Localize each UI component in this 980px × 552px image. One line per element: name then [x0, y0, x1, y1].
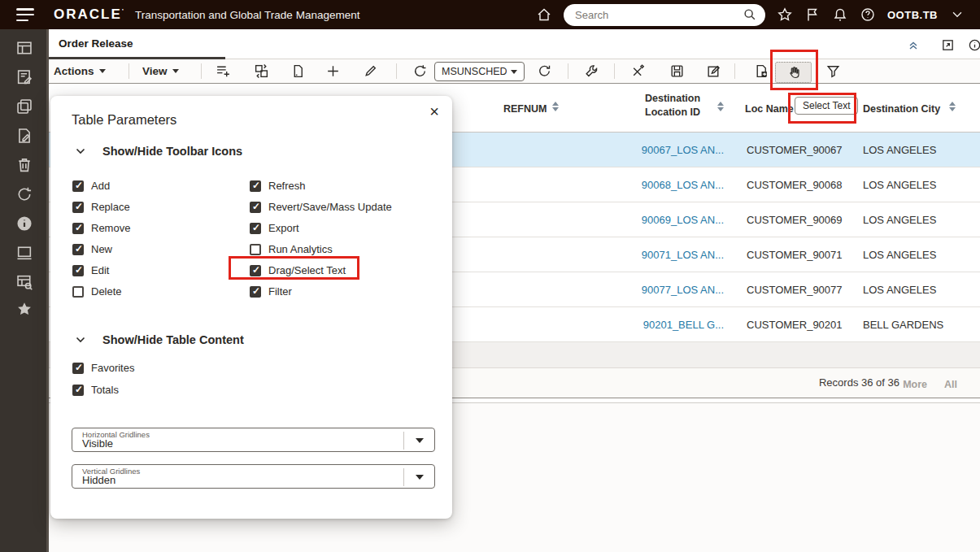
- destination-location-id-link[interactable]: 90201_BELL G...: [618, 319, 724, 331]
- help-icon[interactable]: [860, 7, 876, 23]
- user-menu-chevron-down-icon[interactable]: [949, 7, 965, 23]
- add-plus-icon[interactable]: [325, 63, 341, 79]
- refresh-icon[interactable]: [15, 185, 33, 203]
- tab-label: Order Release: [59, 37, 133, 50]
- section-table-content[interactable]: Show/Hide Table Content: [75, 333, 244, 346]
- collapse-toolbar-icon[interactable]: [907, 38, 921, 52]
- document-note-icon[interactable]: [15, 68, 33, 86]
- reload-icon[interactable]: [537, 63, 552, 79]
- copy-icon[interactable]: [15, 98, 33, 115]
- filter-checkbox[interactable]: [250, 286, 261, 298]
- oracle-logo-mark: ’: [122, 7, 125, 15]
- favorites-checkbox[interactable]: [72, 363, 84, 374]
- drag-select-text-checkbox[interactable]: [250, 265, 261, 276]
- checkbox-row-replace[interactable]: Replace: [72, 201, 130, 213]
- horizontal-gridlines-select[interactable]: Horizontal Gridlines Visible: [72, 428, 435, 452]
- refresh-checkbox[interactable]: [250, 180, 261, 192]
- delete-checkbox[interactable]: [72, 286, 84, 298]
- sort-icon[interactable]: [949, 102, 956, 111]
- tab-order-release[interactable]: Order Release: [49, 29, 225, 59]
- checkbox-row-filter[interactable]: Filter: [250, 285, 292, 298]
- loc-name-cell: CUSTOMER_90071: [747, 249, 843, 261]
- checkbox-row-export[interactable]: Export: [250, 222, 299, 234]
- search-input[interactable]: [575, 9, 743, 21]
- hamburger-menu-icon[interactable]: [16, 8, 34, 21]
- destination-location-id-link[interactable]: 90077_LOS AN...: [618, 284, 724, 296]
- edit-pencil-icon[interactable]: [363, 63, 378, 79]
- close-icon[interactable]: ×: [429, 102, 439, 121]
- checkbox-row-totals[interactable]: Totals: [72, 384, 119, 396]
- info-icon[interactable]: [15, 215, 33, 233]
- new-document-icon[interactable]: [290, 63, 306, 79]
- replace-icon[interactable]: [254, 63, 269, 79]
- home-icon[interactable]: [536, 7, 552, 23]
- mass-update-icon[interactable]: [706, 63, 721, 79]
- show-more-button[interactable]: More: [903, 379, 927, 390]
- add-checkbox[interactable]: [72, 180, 84, 192]
- checkbox-row-favorites[interactable]: Favorites: [72, 362, 134, 374]
- totals-checkbox[interactable]: [72, 385, 84, 396]
- destination-location-id-link[interactable]: 90067_LOS AN...: [618, 144, 724, 156]
- replace-checkbox[interactable]: [72, 202, 84, 213]
- column-header-refnum[interactable]: REFNUM: [503, 103, 547, 115]
- checkbox-row-refresh[interactable]: Refresh: [250, 180, 306, 192]
- notifications-bell-icon[interactable]: [832, 7, 848, 23]
- destination-location-id-link[interactable]: 90069_LOS AN...: [618, 214, 724, 226]
- edit-checkbox[interactable]: [72, 265, 84, 276]
- filter-funnel-icon[interactable]: [825, 63, 841, 79]
- table-search-icon[interactable]: [15, 273, 33, 291]
- left-nav-sidebar: [0, 29, 49, 552]
- checkbox-row-new[interactable]: New: [72, 243, 112, 255]
- save-icon[interactable]: [669, 63, 685, 79]
- column-header-destination-city[interactable]: Destination City: [863, 103, 940, 115]
- new-checkbox[interactable]: [72, 244, 84, 255]
- revert-save-mass-update-checkbox[interactable]: [250, 202, 261, 213]
- loc-name-cell: CUSTOMER_90069: [747, 214, 843, 226]
- delete-trash-icon[interactable]: [15, 156, 33, 174]
- checkbox-row-edit[interactable]: Edit: [72, 264, 109, 276]
- checkbox-row-remove[interactable]: Remove: [72, 222, 130, 234]
- checkbox-row-drag-select-text[interactable]: Drag/Select Text: [250, 264, 346, 276]
- checkbox-row-add[interactable]: Add: [72, 180, 110, 192]
- loc-name-cell: CUSTOMER_90077: [747, 284, 843, 296]
- screen-icon[interactable]: [15, 244, 33, 262]
- favorites-filled-star-icon[interactable]: [15, 300, 33, 318]
- chevron-down-icon: [511, 70, 517, 74]
- open-in-new-window-icon[interactable]: [941, 38, 955, 52]
- export-checkbox[interactable]: [250, 223, 261, 234]
- section-toolbar-icons[interactable]: Show/Hide Toolbar Icons: [75, 145, 242, 158]
- refresh-query-icon[interactable]: [412, 63, 428, 79]
- destination-location-id-link[interactable]: 90068_LOS AN...: [618, 179, 724, 191]
- actions-menu-button[interactable]: Actions: [54, 59, 106, 83]
- run-analytics-checkbox[interactable]: [250, 244, 261, 255]
- revert-icon[interactable]: [630, 63, 646, 79]
- export-icon[interactable]: [754, 63, 769, 79]
- column-header-loc-name[interactable]: Loc Name: [745, 103, 794, 115]
- column-header-destination-location-id[interactable]: Destination Location ID: [645, 92, 710, 120]
- tools-wrench-icon[interactable]: [584, 63, 599, 79]
- drag-select-text-button[interactable]: [775, 62, 812, 83]
- favorites-star-icon[interactable]: [777, 7, 793, 23]
- global-search[interactable]: [564, 4, 765, 26]
- checkbox-row-revert-save-mass-update[interactable]: Revert/Save/Mass Update: [250, 201, 392, 213]
- page-info-icon[interactable]: [968, 38, 980, 52]
- saved-query-combobox[interactable]: MSUNSCHED: [434, 62, 525, 81]
- checkbox-row-delete[interactable]: Delete: [72, 285, 122, 298]
- user-menu-label[interactable]: OOTB.TB: [887, 9, 938, 21]
- checkbox-row-run-analytics[interactable]: Run Analytics: [250, 243, 333, 255]
- destination-location-id-link[interactable]: 90071_LOS AN...: [618, 249, 724, 261]
- search-icon[interactable]: [743, 7, 757, 22]
- remove-checkbox[interactable]: [72, 223, 84, 234]
- destination-city-cell: LOS ANGELES: [863, 144, 936, 156]
- add-rows-icon[interactable]: [216, 63, 231, 79]
- chevron-down-icon[interactable]: [416, 438, 424, 443]
- chevron-down-icon[interactable]: [416, 475, 424, 480]
- vertical-gridlines-select[interactable]: Vertical Gridlines Hidden: [72, 464, 435, 489]
- show-all-button[interactable]: All: [944, 379, 957, 390]
- workbench-icon[interactable]: [15, 39, 33, 57]
- sort-icon[interactable]: [552, 102, 559, 111]
- file-edit-icon[interactable]: [15, 127, 33, 145]
- view-menu-button[interactable]: View: [142, 59, 179, 83]
- sort-icon[interactable]: [717, 102, 724, 111]
- flag-icon[interactable]: [804, 7, 821, 23]
